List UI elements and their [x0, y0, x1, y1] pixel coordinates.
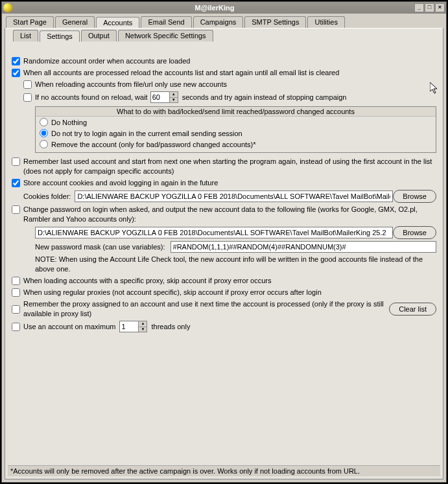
- titlebar: M@ilerKing _ □ ×: [2, 2, 446, 14]
- label-proxy-specific: When loading accounts with a specific pr…: [23, 276, 272, 286]
- checkbox-reload-newonly[interactable]: [23, 80, 32, 89]
- checkbox-store-cookies[interactable]: [12, 179, 20, 187]
- tab-utilities[interactable]: Utilities: [307, 16, 344, 28]
- checkbox-remember-proxy[interactable]: [12, 305, 20, 314]
- label-do-nothing: Do Nothing: [51, 119, 87, 126]
- tab-general[interactable]: General: [55, 16, 95, 28]
- label-cookies-folder: Cookies folder:: [23, 192, 71, 202]
- input-wait-seconds[interactable]: [150, 91, 170, 103]
- label-remove-account: Remove the account (only for bad/passwor…: [51, 141, 256, 148]
- footer-note: *Accounts will only be removed after the…: [8, 465, 440, 476]
- input-cookies-folder[interactable]: [75, 190, 393, 202]
- radio-do-nothing[interactable]: [40, 118, 48, 126]
- label-noacct-pre: If no accounts found on reload, wait: [35, 93, 148, 102]
- input-max-threads[interactable]: [119, 321, 139, 332]
- button-browse-changepw[interactable]: Browse: [393, 226, 436, 239]
- tab-accounts[interactable]: Accounts: [96, 17, 139, 29]
- label-change-pw: Change password on login when asked, and…: [23, 205, 436, 224]
- label-maxthreads-pre: Use an account on maximum: [23, 322, 115, 332]
- radio-no-relogin[interactable]: [40, 129, 48, 137]
- subtab-settings[interactable]: Settings: [40, 30, 80, 42]
- subtab-output[interactable]: Output: [81, 30, 117, 41]
- label-remember-last: Remember last used account and start fro…: [23, 157, 436, 176]
- label-reload-newonly: When reloading accounts from file/url on…: [35, 80, 227, 89]
- app-icon: [3, 3, 12, 12]
- checkbox-max-threads[interactable]: [12, 323, 20, 331]
- checkbox-randomize[interactable]: [12, 57, 20, 65]
- groupbox-bad-accounts: What to do with bad/locked/send limit re…: [35, 106, 436, 153]
- app-window: M@ilerKing _ □ × Start Page General Acco…: [1, 1, 447, 483]
- button-browse-cookies[interactable]: Browse: [393, 190, 436, 203]
- spinner-wait-seconds[interactable]: ▲▼: [169, 91, 178, 103]
- checkbox-proxy-specific[interactable]: [12, 277, 20, 285]
- input-pwmask[interactable]: [171, 241, 436, 253]
- close-button[interactable]: ×: [435, 3, 445, 12]
- tab-smtp-settings[interactable]: SMTP Settings: [244, 16, 306, 28]
- checkbox-proxy-regular[interactable]: [12, 288, 20, 297]
- label-store-cookies: Store account cookies and avoid logging …: [23, 178, 218, 188]
- content-panel: List Settings Output Network Specific Se…: [5, 28, 443, 479]
- label-remember-proxy: Remember the proxy assigned to an accoun…: [23, 299, 385, 319]
- tab-start-page[interactable]: Start Page: [6, 16, 54, 28]
- label-maxthreads-post: threads only: [151, 322, 190, 332]
- tab-campaigns[interactable]: Campaigns: [193, 16, 244, 28]
- label-pwmask: New password mask (can use variables):: [35, 242, 165, 252]
- radio-remove-account[interactable]: [40, 140, 48, 148]
- label-noacct-post: seconds and try again instead of stoppin…: [182, 93, 347, 102]
- subtab-list[interactable]: List: [13, 30, 38, 41]
- subtab-network[interactable]: Network Specific Settings: [118, 30, 213, 41]
- label-proxy-regular: When using regular proxies (not account …: [23, 288, 322, 297]
- window-title: M@ilerKing: [15, 4, 414, 12]
- checkbox-change-pw[interactable]: [12, 205, 20, 214]
- checkbox-remember-last[interactable]: [12, 157, 20, 166]
- checkbox-noacct-wait[interactable]: [23, 93, 32, 102]
- label-changepw-note: NOTE: When using the Account Life Check …: [35, 255, 436, 274]
- button-clear-proxy-list[interactable]: Clear list: [389, 303, 436, 316]
- spinner-max-threads[interactable]: ▲▼: [138, 321, 147, 332]
- main-tabs: Start Page General Accounts Email Send C…: [2, 14, 446, 28]
- minimize-button[interactable]: _: [414, 3, 424, 12]
- maximize-button[interactable]: □: [425, 3, 434, 12]
- label-reload-all: When all accounts are processed reload t…: [23, 68, 339, 78]
- sub-tabs: List Settings Output Network Specific Se…: [5, 28, 443, 41]
- input-changepw-path[interactable]: [35, 227, 393, 238]
- label-randomize: Randomize account order when accounts ar…: [23, 56, 190, 66]
- label-no-relogin: Do not try to login again in the current…: [51, 130, 242, 137]
- tab-email-send[interactable]: Email Send: [141, 16, 191, 28]
- groupbox-title: What to do with bad/locked/send limit re…: [36, 107, 436, 117]
- checkbox-reload-all[interactable]: [12, 69, 20, 77]
